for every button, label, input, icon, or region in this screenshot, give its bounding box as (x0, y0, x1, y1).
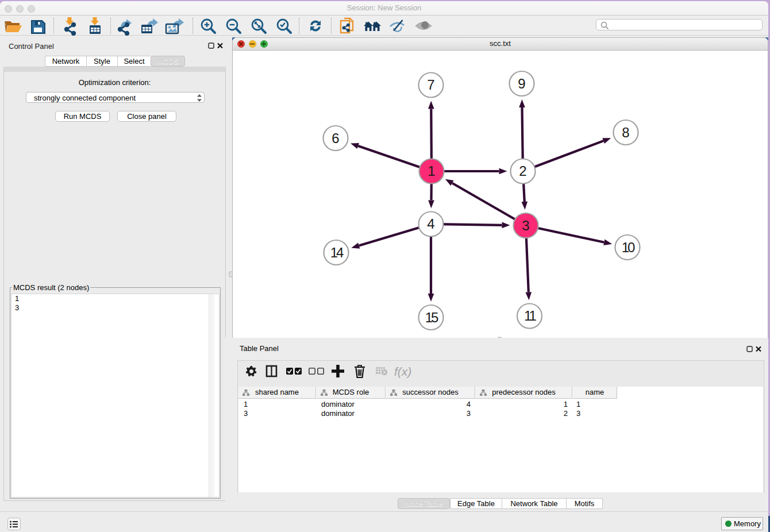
svg-text:9: 9 (518, 76, 525, 91)
svg-text:3: 3 (522, 218, 529, 233)
svg-text:6: 6 (332, 130, 339, 146)
svg-text:f(x): f(x) (394, 365, 411, 378)
svg-text:11: 11 (524, 308, 537, 323)
svg-text:1: 1 (428, 163, 435, 179)
svg-text:10: 10 (622, 240, 635, 255)
svg-text:15: 15 (425, 310, 438, 325)
svg-text:14: 14 (330, 245, 344, 260)
svg-text:2: 2 (519, 163, 526, 179)
svg-text:7: 7 (427, 77, 434, 92)
svg-text:4: 4 (427, 216, 434, 232)
svg-text:8: 8 (622, 125, 629, 140)
